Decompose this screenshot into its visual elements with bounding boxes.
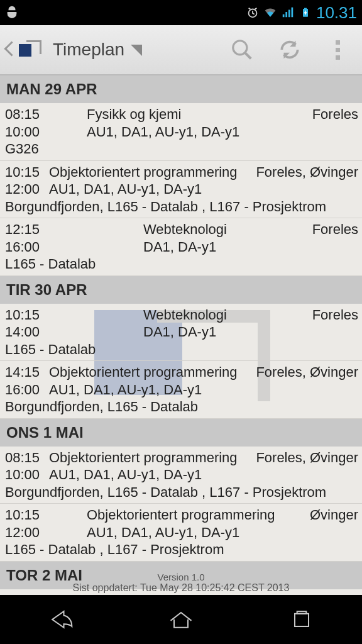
entry-type: Foreles, Øvinger <box>250 449 358 484</box>
system-nav-bar <box>0 595 362 644</box>
entry-times: 08:1510:00 <box>5 449 49 484</box>
back-chevron-icon <box>4 41 15 58</box>
app-logo-icon <box>19 40 41 59</box>
entry-title: Objektorientert programmering <box>49 164 250 181</box>
refresh-icon <box>278 38 302 62</box>
entry-title: Webteknologi <box>87 306 306 324</box>
schedule-entry[interactable]: 08:1510:00Objektorientert programmeringA… <box>0 447 362 504</box>
entry-main: Fysikk og kjemiAU1, DA1, AU-y1, DA-y1 <box>49 106 306 140</box>
svg-rect-4 <box>295 614 309 626</box>
entry-type: Foreles <box>306 306 358 341</box>
battery-charging-icon <box>299 6 312 19</box>
entry-main: Objektorientert programmeringAU1, DA1, A… <box>49 506 304 541</box>
svg-rect-5 <box>297 611 307 614</box>
entry-main: Objektorientert programmeringAU1, DA1, A… <box>49 449 250 484</box>
nav-back-button[interactable] <box>29 604 92 635</box>
version-label: Version 1.0 <box>0 572 362 583</box>
nav-home-button[interactable] <box>150 604 212 635</box>
entry-title: Objektorientert programmering <box>49 364 250 381</box>
nav-recents-icon <box>288 608 315 631</box>
entry-type: Foreles <box>306 221 358 255</box>
wifi-icon <box>263 6 277 19</box>
dropdown-indicator-icon <box>131 45 142 56</box>
entry-groups: DA1, DA-y1 <box>87 238 306 256</box>
footer-info: Version 1.0 Sist oppdatert: Tue May 28 1… <box>0 572 362 595</box>
entry-times: 10:1512:00 <box>5 164 49 198</box>
entry-room: G326 <box>5 140 358 158</box>
last-updated-label: Sist oppdatert: Tue May 28 10:25:42 CEST… <box>0 582 362 594</box>
entry-room: Borgundfjorden, L165 - Datalab <box>5 398 358 416</box>
status-clock: 10.31 <box>316 3 357 23</box>
entry-title: Fysikk og kjemi <box>87 106 306 123</box>
signal-icon <box>281 6 295 19</box>
overflow-dot-icon <box>336 40 340 45</box>
entry-room: L165 - Datalab <box>5 341 358 358</box>
entry-title: Objektorientert programmering <box>87 506 304 524</box>
entry-main: WebteknologiDA1, DA-y1 <box>49 221 306 255</box>
entry-groups: AU1, DA1, AU-y1, DA-y1 <box>87 524 304 541</box>
search-button[interactable] <box>228 35 256 64</box>
schedule-list[interactable]: MAN 29 APR08:1510:00Fysikk og kjemiAU1, … <box>0 75 362 595</box>
up-button[interactable] <box>4 40 41 59</box>
page-title: Timeplan <box>53 40 124 60</box>
schedule-entry[interactable]: 10:1512:00Objektorientert programmeringA… <box>0 504 362 562</box>
svg-rect-2 <box>304 8 307 9</box>
actionbar-title-spinner[interactable]: Timeplan <box>41 40 142 60</box>
entry-type: Øvinger <box>304 506 358 541</box>
nav-back-icon <box>47 608 74 631</box>
status-bar: 10.31 <box>0 0 362 25</box>
entry-times: 10:1514:00 <box>5 306 49 341</box>
entry-groups: AU1, DA1, AU-y1, DA-y1 <box>87 123 306 141</box>
search-icon <box>230 38 254 62</box>
nav-home-icon <box>167 608 195 631</box>
entry-room: L165 - Datalab <box>5 255 358 273</box>
entry-room: Borgundfjorden, L165 - Datalab , L167 - … <box>5 484 358 501</box>
nav-recents-button[interactable] <box>270 604 333 635</box>
entry-main: WebteknologiDA1, DA-y1 <box>49 306 306 341</box>
day-header: TIR 30 APR <box>0 276 362 304</box>
day-header: ONS 1 MAI <box>0 419 362 447</box>
refresh-button[interactable] <box>275 35 304 64</box>
entry-room: L165 - Datalab , L167 - Prosjektrom <box>5 541 358 558</box>
entry-type: Foreles, Øvinger <box>250 364 358 398</box>
entry-groups: DA1, DA-y1 <box>87 323 306 341</box>
schedule-entry[interactable]: 10:1514:00WebteknologiDA1, DA-y1ForelesL… <box>0 304 362 362</box>
schedule-entry[interactable]: 12:1516:00WebteknologiDA1, DA-y1ForelesL… <box>0 218 362 276</box>
schedule-entry[interactable]: 10:1512:00Objektorientert programmeringA… <box>0 161 362 219</box>
day-header: MAN 29 APR <box>0 75 362 103</box>
entry-title: Objektorientert programmering <box>49 449 250 467</box>
schedule-entry[interactable]: 14:1516:00Objektorientert programmeringA… <box>0 361 362 419</box>
entry-times: 14:1516:00 <box>5 364 49 398</box>
android-debug-icon <box>5 4 19 18</box>
entry-groups: AU1, DA1, AU-y1, DA-y1 <box>49 180 250 198</box>
entry-times: 12:1516:00 <box>5 221 49 255</box>
entry-main: Objektorientert programmeringAU1, DA1, A… <box>49 164 250 198</box>
alarm-icon <box>246 6 260 19</box>
entry-type: Foreles <box>306 106 358 140</box>
entry-type: Foreles, Øvinger <box>250 164 358 198</box>
entry-times: 10:1512:00 <box>5 506 49 541</box>
entry-times: 08:1510:00 <box>5 106 49 140</box>
entry-groups: AU1, DA1, AU-y1, DA-y1 <box>49 466 250 484</box>
schedule-entry[interactable]: 08:1510:00Fysikk og kjemiAU1, DA1, AU-y1… <box>0 103 362 161</box>
entry-title: Webteknologi <box>87 221 306 238</box>
entry-main: Objektorientert programmeringAU1, DA1, A… <box>49 364 250 398</box>
entry-room: Borgundfjorden, L165 - Datalab , L167 - … <box>5 198 358 216</box>
overflow-menu-button[interactable] <box>323 35 352 64</box>
action-bar: Timeplan <box>0 25 362 75</box>
entry-groups: AU1, DA1, AU-y1, DA-y1 <box>49 381 250 399</box>
svg-point-3 <box>233 41 247 55</box>
